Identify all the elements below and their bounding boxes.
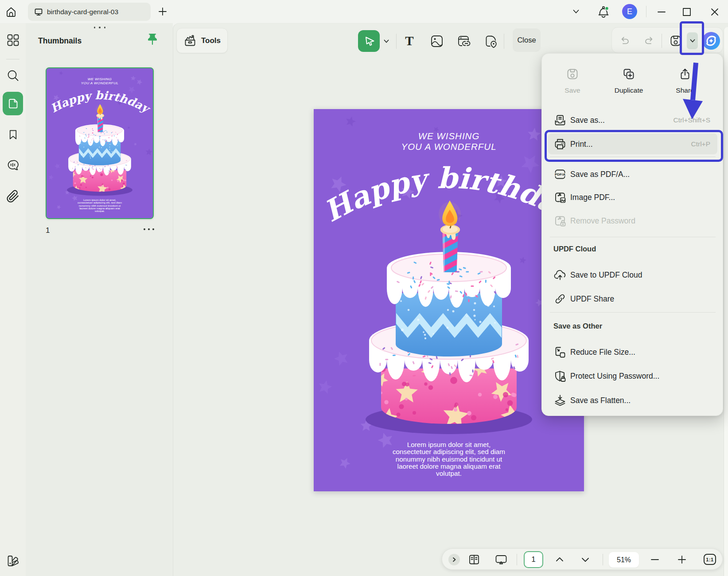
menu-item-shortcut: Ctrl+Shift+S xyxy=(673,116,710,124)
sidebar-item-bookmarks[interactable] xyxy=(4,125,22,143)
sidebar-item-swatches[interactable] xyxy=(4,552,22,570)
menu-item-save-as-pdfa[interactable]: PDF/A Save as PDF/A... xyxy=(542,163,724,186)
menu-save-button[interactable]: Save xyxy=(549,67,596,101)
panel-title: Thumbnails xyxy=(38,36,82,46)
menu-item-save-as-flatten[interactable]: Save as Flatten... xyxy=(542,389,724,412)
bar-divider xyxy=(603,554,603,565)
titlebar-divider xyxy=(646,6,646,17)
menu-section-save-as-other: Save as Other xyxy=(553,322,602,330)
home-button[interactable] xyxy=(4,4,19,20)
minus-icon xyxy=(650,554,660,565)
titlebar-dropdown-button[interactable] xyxy=(569,4,583,19)
zoom-level-box[interactable]: 51% xyxy=(609,552,639,568)
thumbnails-panel: Thumbnails WE WISHING YOU A WONDERFUL Ha… xyxy=(26,23,173,576)
redo-button[interactable] xyxy=(642,34,656,48)
link-tool-button[interactable] xyxy=(453,30,475,52)
flatten-icon xyxy=(553,394,567,407)
plus-icon xyxy=(677,554,687,565)
svg-text:volutpat.: volutpat. xyxy=(95,210,105,212)
text-tool-icon: T xyxy=(402,34,417,49)
collapsed-panel-strip[interactable] xyxy=(724,27,728,576)
window-close-button[interactable] xyxy=(707,4,722,20)
menu-duplicate-button[interactable]: Duplicate xyxy=(606,67,652,101)
menu-item-label: Save as PDF/A... xyxy=(570,170,630,179)
maximize-button[interactable] xyxy=(679,4,694,20)
reading-view-button[interactable] xyxy=(467,552,482,567)
chevron-right-icon xyxy=(451,556,457,563)
minimize-button[interactable] xyxy=(654,4,669,20)
svg-text:T: T xyxy=(405,34,413,48)
panel-drag-handle[interactable] xyxy=(91,25,109,30)
thumbnail-page-number: 1 xyxy=(46,226,50,235)
presentation-button[interactable] xyxy=(494,552,509,567)
location-tool-icon xyxy=(483,34,498,49)
expand-bar-button[interactable] xyxy=(448,554,460,565)
menu-section-updf-cloud: UPDF Cloud xyxy=(553,245,596,253)
cloud-upload-icon xyxy=(553,268,567,282)
share-icon xyxy=(678,67,692,81)
toolbar-divider xyxy=(662,34,662,48)
tools-button[interactable]: Tools xyxy=(176,28,228,53)
title-bar: birthday-card-genral-03 E xyxy=(0,0,728,23)
menu-item-reduce-file-size[interactable]: Reduce File Size... xyxy=(542,341,724,364)
home-icon xyxy=(5,6,17,18)
svg-text:WE WISHING: WE WISHING xyxy=(418,131,480,141)
svg-text:consectetuer adipiscing elit,: consectetuer adipiscing elit, sed diam xyxy=(393,448,505,455)
document-tab[interactable]: birthday-card-genral-03 xyxy=(28,3,151,21)
svg-text:PDF/A: PDF/A xyxy=(555,172,565,176)
bell-icon xyxy=(597,5,610,18)
remove-password-icon xyxy=(553,214,567,227)
undo-button[interactable] xyxy=(618,34,632,48)
sidebar-item-home-grid[interactable] xyxy=(4,31,22,49)
text-tool-button[interactable]: T xyxy=(399,30,420,52)
chevron-down-icon xyxy=(580,554,591,565)
menu-divider xyxy=(550,312,716,313)
thumbnail-menu-button[interactable] xyxy=(141,225,157,234)
page-number-box[interactable]: 1 xyxy=(524,551,543,568)
menu-item-save-as[interactable]: Save as... Ctrl+Shift+S xyxy=(542,109,724,132)
close-label: Close xyxy=(517,36,536,44)
close-document-button[interactable]: Close xyxy=(513,28,541,52)
protect-password-icon xyxy=(553,369,567,383)
undo-icon xyxy=(620,36,630,46)
svg-text:laoreet dolore magna aliquam e: laoreet dolore magna aliquam erat xyxy=(79,207,120,210)
menu-share-button[interactable]: Share xyxy=(662,67,708,101)
toolbar-divider xyxy=(504,34,504,49)
zoom-out-button[interactable] xyxy=(647,552,662,567)
svg-text:consectetuer adipiscing elit,: consectetuer adipiscing elit, sed diam xyxy=(78,201,122,204)
sidebar-item-comments[interactable] xyxy=(4,157,22,174)
menu-save-label: Save xyxy=(564,86,580,94)
svg-text:Lorem ipsum dolor sit amet,: Lorem ipsum dolor sit amet, xyxy=(83,199,116,201)
svg-text:YOU A WONDERFUL: YOU A WONDERFUL xyxy=(401,141,496,152)
pin-button[interactable] xyxy=(144,31,160,47)
sidebar-item-search[interactable] xyxy=(4,67,22,84)
menu-item-image-pdf[interactable]: Image PDF... xyxy=(542,186,724,209)
select-tool-button[interactable] xyxy=(358,30,380,52)
annotation-tool-button[interactable] xyxy=(480,30,502,52)
svg-text:YOU A WONDERFUL: YOU A WONDERFUL xyxy=(81,81,119,85)
ai-assistant-button[interactable] xyxy=(702,31,720,50)
menu-item-remove-password: Remove Password xyxy=(542,209,724,232)
chevron-down-icon xyxy=(572,7,580,16)
sidebar-item-thumbnails[interactable] xyxy=(3,92,23,115)
zoom-in-button[interactable] xyxy=(674,552,689,567)
notifications-button[interactable] xyxy=(596,4,611,20)
next-page-button[interactable] xyxy=(578,552,593,567)
avatar[interactable]: E xyxy=(622,4,637,19)
menu-item-label: Save as Flatten... xyxy=(570,396,631,405)
reduce-size-icon xyxy=(553,345,567,359)
page-thumbnail[interactable]: WE WISHING YOU A WONDERFUL Happy birthda… xyxy=(46,67,154,219)
menu-item-protect-password[interactable]: Protect Using Password... xyxy=(542,364,724,388)
actual-size-button[interactable]: 1:1 xyxy=(704,554,716,565)
image-tool-button[interactable] xyxy=(426,30,448,52)
menu-item-save-to-cloud[interactable]: Save to UPDF Cloud xyxy=(542,263,724,286)
menu-item-print[interactable]: Print... Ctrl+P xyxy=(542,133,724,156)
svg-text:nonummy nibh euismod tincidunt: nonummy nibh euismod tincidunt ut xyxy=(79,204,121,207)
sidebar-item-attachments[interactable] xyxy=(4,188,22,205)
svg-text:laoreet dolore magna aliquam e: laoreet dolore magna aliquam erat xyxy=(397,462,501,470)
new-tab-button[interactable] xyxy=(156,5,169,18)
avatar-initial: E xyxy=(627,7,632,16)
previous-page-button[interactable] xyxy=(552,552,567,567)
select-tool-dropdown[interactable] xyxy=(382,34,391,48)
menu-item-updf-share[interactable]: UPDF Share xyxy=(542,287,724,310)
